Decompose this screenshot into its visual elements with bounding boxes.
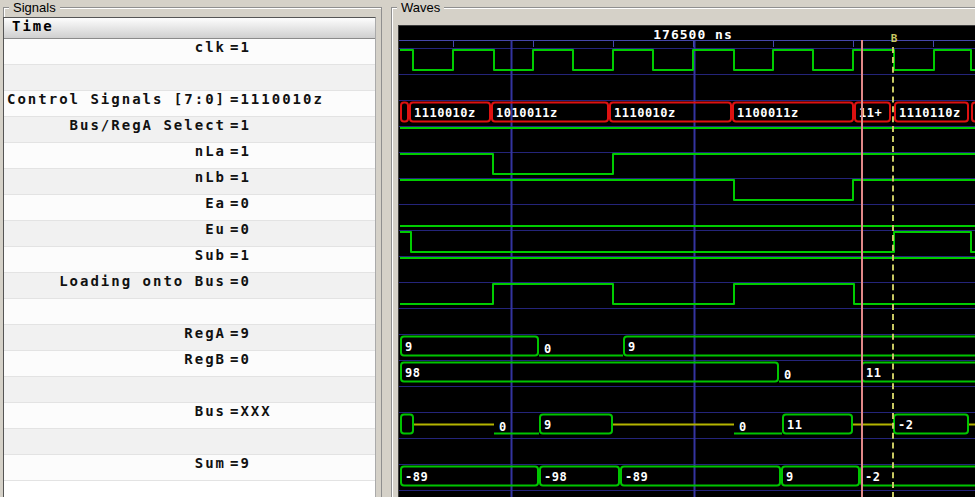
signal-row-sub[interactable]: Sub=1 (4, 247, 375, 273)
svg-text:-89: -89 (625, 470, 648, 484)
signal-row-empty[interactable] (4, 429, 375, 455)
signal-row-rega[interactable]: RegA=9 (4, 325, 375, 351)
signal-row-clk[interactable]: clk=1 (4, 39, 375, 65)
svg-text:-98: -98 (544, 470, 567, 484)
primary-cursor-line[interactable] (861, 40, 863, 497)
signal-row-empty[interactable] (4, 299, 375, 325)
signal-row-empty[interactable] (4, 65, 375, 91)
svg-text:1110110z: 1110110z (899, 106, 961, 120)
svg-text:11: 11 (787, 418, 802, 432)
wave-lane-bus: 09011-2 (401, 415, 975, 435)
svg-text:-89: -89 (405, 470, 428, 484)
wave-plot: 1110010z1010011z1110010z1100011z11+11101… (399, 26, 975, 497)
signal-list[interactable]: Time clk=1Control Signals [7:0]=1110010z… (3, 17, 376, 497)
signal-value: =XXX (230, 403, 272, 428)
signal-value: =9 (230, 455, 251, 480)
signal-row-empty[interactable] (4, 377, 375, 403)
signal-name: nLa (4, 143, 226, 168)
signal-value: =1110010z (230, 91, 324, 116)
wave-lane-sum: -89-98-899-2 (401, 467, 975, 486)
wave-lane-clk (400, 50, 975, 70)
signal-value: =1 (230, 39, 251, 64)
signal-row-bus-rega-select[interactable]: Bus/RegA Select=1 (4, 117, 375, 143)
signal-value: =1 (230, 169, 251, 194)
signal-value: =9 (230, 325, 251, 350)
signal-row-eu[interactable]: Eu=0 (4, 221, 375, 247)
wave-canvas[interactable]: 1110010z1010011z1110010z1100011z11+11101… (398, 25, 975, 497)
signal-name: Sub (4, 247, 226, 272)
signal-rows: clk=1Control Signals [7:0]=1110010zBus/R… (4, 39, 375, 481)
signal-name: Control Signals [7:0] (4, 91, 226, 116)
signal-value: =0 (230, 221, 251, 246)
signal-name: clk (4, 39, 226, 64)
signal-row-nlb[interactable]: nLb=1 (4, 169, 375, 195)
signal-name: Eu (4, 221, 226, 246)
signal-name: RegB (4, 351, 226, 376)
marker-b-line[interactable] (892, 47, 894, 497)
signal-name (4, 65, 226, 90)
signal-value: =1 (230, 117, 251, 142)
wave-lane-nlb (400, 180, 975, 200)
signal-name: Sum (4, 455, 226, 480)
waves-panel-title: Waves (397, 0, 444, 15)
signal-row-control-signals-7-0[interactable]: Control Signals [7:0]=1110010z (4, 91, 375, 117)
signal-value: =0 (230, 351, 251, 376)
svg-text:1110010z: 1110010z (414, 106, 476, 120)
signal-name: Ea (4, 195, 226, 220)
svg-text:1010011z: 1010011z (496, 106, 558, 120)
wave-lane-eu (400, 232, 975, 252)
signal-row-ea[interactable]: Ea=0 (4, 195, 375, 221)
waveform-viewer-window: { "signals_panel": { "title": "Signals",… (0, 0, 975, 497)
svg-text:9: 9 (786, 470, 794, 484)
signal-name: Loading onto Bus (4, 273, 226, 298)
svg-text:1100011z: 1100011z (737, 106, 799, 120)
svg-text:1110010z: 1110010z (614, 106, 676, 120)
signal-value: =0 (230, 195, 251, 220)
svg-text:9: 9 (405, 340, 413, 354)
svg-text:0: 0 (499, 420, 507, 434)
signals-panel-title: Signals (9, 0, 60, 15)
signal-row-regb[interactable]: RegB=0 (4, 351, 375, 377)
signal-value: =0 (230, 273, 251, 298)
signal-value: =1 (230, 143, 251, 168)
marker-b-label: B (886, 32, 902, 45)
signal-name (4, 299, 226, 324)
signal-row-sum[interactable]: Sum=9 (4, 455, 375, 481)
signal-row-loading-onto-bus[interactable]: Loading onto Bus=0 (4, 273, 375, 299)
signal-row-bus[interactable]: Bus=XXX (4, 403, 375, 429)
wave-lane-nla (400, 154, 975, 174)
wave-lane-rega: 909 (401, 337, 975, 357)
time-header: Time (4, 18, 375, 39)
svg-text:0: 0 (544, 342, 552, 356)
svg-text:0: 0 (739, 420, 747, 434)
wave-lane-regb: 98011 (401, 363, 975, 383)
signal-name (4, 429, 226, 454)
waves-panel: Waves 1110010z1010011z1110010z1100011z11… (391, 7, 975, 497)
svg-text:98: 98 (405, 366, 420, 380)
signal-name: nLb (4, 169, 226, 194)
svg-text:11: 11 (866, 366, 881, 380)
signal-name: Bus/RegA Select (4, 117, 226, 142)
ruler-time-label: 176500 ns (628, 27, 758, 42)
svg-text:-2: -2 (898, 418, 913, 432)
svg-text:9: 9 (544, 418, 552, 432)
signal-name (4, 377, 226, 402)
signal-row-nla[interactable]: nLa=1 (4, 143, 375, 169)
wave-lane-control-signals: 1110010z1010011z1110010z1100011z11+11101… (401, 103, 975, 122)
signal-name: Bus (4, 403, 226, 428)
svg-text:9: 9 (628, 340, 636, 354)
wave-lane-loading-onto-bus (400, 284, 975, 304)
signal-name: RegA (4, 325, 226, 350)
signal-value: =1 (230, 247, 251, 272)
svg-text:-2: -2 (865, 470, 880, 484)
svg-text:0: 0 (784, 368, 792, 382)
